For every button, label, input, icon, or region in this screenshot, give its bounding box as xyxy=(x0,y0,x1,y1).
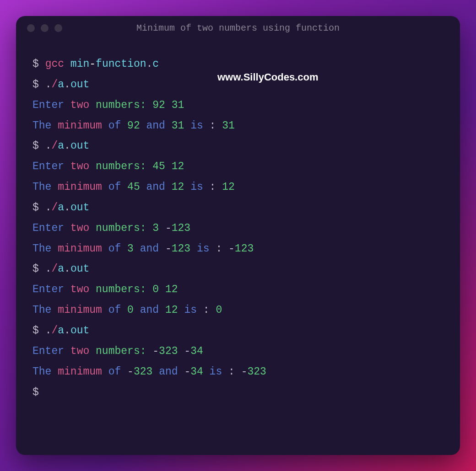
prompt-symbol: $ xyxy=(32,325,39,337)
label-colon: : xyxy=(210,181,216,193)
terminal-line: Enter two numbers: 45 12 xyxy=(32,156,444,177)
prompt-symbol: $ xyxy=(32,263,39,275)
prompt-symbol: $ xyxy=(32,140,39,152)
label-of: of xyxy=(108,304,121,316)
filename-part: function xyxy=(96,58,146,70)
label-two: two xyxy=(70,222,89,234)
watermark: www.SillyCodes.com xyxy=(217,68,318,87)
label-of: of xyxy=(108,366,121,378)
terminal-line: Enter two numbers: -323 -34 xyxy=(32,341,444,362)
terminal-line: $ xyxy=(32,382,444,403)
prompt-symbol: $ xyxy=(32,58,39,70)
label-minimum: minimum xyxy=(58,366,102,378)
minimize-icon[interactable] xyxy=(41,24,49,32)
run-a: a xyxy=(58,140,64,152)
terminal-line: The minimum of -323 and -34 is : -323 xyxy=(32,362,444,382)
filename-part: min xyxy=(70,58,89,70)
run-dot: . xyxy=(45,325,52,337)
label-two: two xyxy=(70,345,89,357)
terminal-line: $ ./a.out xyxy=(32,198,444,218)
label-colon: : xyxy=(210,120,216,132)
run-dot: . xyxy=(64,325,70,337)
label-of: of xyxy=(108,181,121,193)
label-and: and xyxy=(159,366,178,378)
label-and: and xyxy=(146,120,165,132)
label-colon: : xyxy=(203,304,210,316)
label-minimum: minimum xyxy=(58,304,102,316)
run-a: a xyxy=(58,263,64,275)
run-dot: . xyxy=(64,202,70,214)
run-slash: / xyxy=(51,263,58,275)
terminal-line: The minimum of 3 and -123 is : -123 xyxy=(32,239,444,259)
prompt-symbol: $ xyxy=(32,386,39,398)
label-enter: Enter xyxy=(32,222,64,234)
run-out: out xyxy=(70,325,89,337)
run-dot: . xyxy=(45,140,52,152)
run-out: out xyxy=(70,140,89,152)
filename-ext: c xyxy=(152,58,159,70)
label-numbers: numbers: xyxy=(96,222,146,234)
label-of: of xyxy=(108,120,121,132)
label-the: The xyxy=(32,181,51,193)
terminal-line: The minimum of 0 and 12 is : 0 xyxy=(32,300,444,321)
prompt-symbol: $ xyxy=(32,202,39,214)
label-and: and xyxy=(140,243,159,255)
run-out: out xyxy=(70,263,89,275)
label-and: and xyxy=(140,304,159,316)
label-is: is xyxy=(210,366,222,378)
label-minimum: minimum xyxy=(58,243,102,255)
terminal-line: $ ./a.out xyxy=(32,259,444,279)
label-enter: Enter xyxy=(32,99,64,111)
label-the: The xyxy=(32,120,51,132)
label-enter: Enter xyxy=(32,284,64,295)
label-of: of xyxy=(108,243,121,255)
label-two: two xyxy=(70,99,89,111)
label-two: two xyxy=(70,284,89,295)
filename-dash: - xyxy=(89,58,96,70)
label-two: two xyxy=(70,161,89,172)
terminal-line: $ ./a.out xyxy=(32,136,444,156)
terminal-line: The minimum of 92 and 31 is : 31 xyxy=(32,116,444,136)
run-slash: / xyxy=(51,79,58,91)
run-dot: . xyxy=(64,79,70,91)
run-a: a xyxy=(58,79,64,91)
label-colon: : xyxy=(216,243,222,255)
maximize-icon[interactable] xyxy=(54,24,62,32)
terminal-line: Enter two numbers: 92 31 xyxy=(32,95,444,116)
run-out: out xyxy=(70,79,89,91)
command-gcc: gcc xyxy=(45,58,64,70)
label-colon: : xyxy=(228,366,235,378)
run-dot: . xyxy=(64,263,70,275)
run-dot: . xyxy=(45,202,52,214)
label-the: The xyxy=(32,304,51,316)
label-is: is xyxy=(190,181,203,193)
terminal-line: $ ./a.out xyxy=(32,321,444,341)
label-is: is xyxy=(184,304,197,316)
run-dot: . xyxy=(45,263,52,275)
terminal-line: Enter two numbers: 0 12 xyxy=(32,279,444,300)
label-the: The xyxy=(32,243,51,255)
label-enter: Enter xyxy=(32,161,64,172)
run-dot: . xyxy=(64,140,70,152)
close-icon[interactable] xyxy=(27,24,35,32)
window-title: Minimum of two numbers using function xyxy=(136,23,340,33)
run-a: a xyxy=(58,202,64,214)
label-minimum: minimum xyxy=(58,181,102,193)
terminal-body[interactable]: www.SillyCodes.com $ gcc min-function.c … xyxy=(16,40,460,416)
filename-dot: . xyxy=(146,58,153,70)
label-numbers: numbers: xyxy=(96,161,146,172)
run-slash: / xyxy=(51,325,58,337)
run-slash: / xyxy=(51,202,58,214)
label-the: The xyxy=(32,366,51,378)
label-minimum: minimum xyxy=(58,120,102,132)
prompt-symbol: $ xyxy=(32,79,39,91)
terminal-line: The minimum of 45 and 12 is : 12 xyxy=(32,177,444,198)
label-and: and xyxy=(146,181,165,193)
label-is: is xyxy=(197,243,210,255)
label-numbers: numbers: xyxy=(96,99,146,111)
run-a: a xyxy=(58,325,64,337)
traffic-lights xyxy=(27,24,62,32)
run-slash: / xyxy=(51,140,58,152)
label-is: is xyxy=(190,120,203,132)
terminal-window: Minimum of two numbers using function ww… xyxy=(16,16,460,455)
